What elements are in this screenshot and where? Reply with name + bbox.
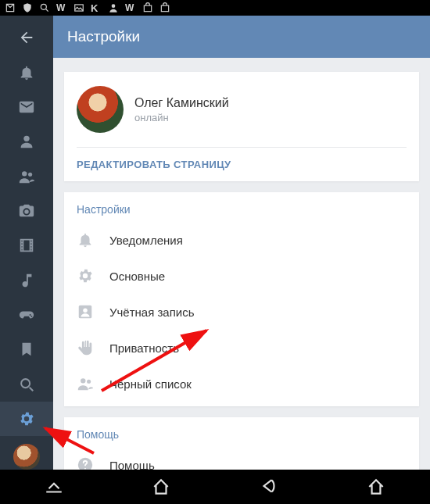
sidebar-item-music[interactable] — [0, 263, 53, 297]
recents-nav-icon[interactable] — [44, 477, 64, 497]
help-section-title: Помощь — [64, 428, 419, 447]
sidebar-avatar[interactable] — [13, 444, 40, 470]
content-scroll[interactable]: Олег Каминский онлайн РЕДАКТИРОВАТЬ СТРА… — [53, 58, 430, 470]
k-status-icon: K — [91, 2, 102, 13]
row-label: Учётная запись — [109, 306, 195, 319]
back-button[interactable] — [0, 20, 53, 55]
main-area: Настройки Олег Каминский онлайн РЕДАКТИР… — [53, 16, 430, 470]
svg-rect-3 — [144, 5, 151, 12]
settings-section: Настройки Уведомления Основные Учётная з… — [64, 192, 419, 406]
android-status-bar: W K W — [0, 0, 430, 16]
svg-point-10 — [83, 308, 88, 313]
sidebar-item-notifications[interactable] — [0, 55, 53, 89]
profile-name: Олег Каминский — [134, 96, 229, 110]
app-sidebar — [0, 16, 53, 470]
image-status-icon — [73, 2, 84, 13]
vk-status-icon-2: W — [125, 2, 136, 13]
settings-row-general[interactable]: Основные — [64, 258, 419, 294]
bell-icon — [77, 231, 94, 248]
settings-row-privacy[interactable]: Приватность — [64, 330, 419, 366]
settings-row-account[interactable]: Учётная запись — [64, 294, 419, 330]
svg-point-0 — [41, 4, 46, 9]
account-icon — [77, 303, 94, 320]
settings-section-title: Настройки — [64, 203, 419, 222]
profile-avatar[interactable] — [77, 86, 124, 133]
edit-profile-button[interactable]: РЕДАКТИРОВАТЬ СТРАНИЦУ — [77, 147, 407, 181]
settings-row-notifications[interactable]: Уведомления — [64, 222, 419, 258]
row-label: Чёрный список — [109, 377, 192, 391]
store-status-icon-2 — [159, 2, 170, 13]
store-status-icon — [142, 2, 153, 13]
gear-icon — [77, 267, 94, 284]
mail-status-icon — [5, 2, 16, 13]
sidebar-item-search[interactable] — [0, 366, 53, 401]
profile-card: Олег Каминский онлайн РЕДАКТИРОВАТЬ СТРА… — [64, 72, 419, 181]
svg-point-8 — [21, 379, 30, 388]
row-label: Приватность — [109, 341, 179, 355]
row-label: Уведомления — [109, 234, 183, 247]
svg-point-11 — [81, 378, 85, 383]
search-status-icon — [39, 2, 50, 13]
sidebar-item-photos[interactable] — [0, 194, 53, 228]
sidebar-item-profile[interactable] — [0, 124, 53, 159]
svg-point-6 — [22, 171, 27, 176]
group-icon — [77, 375, 94, 392]
svg-point-12 — [87, 380, 91, 384]
svg-point-5 — [23, 136, 29, 141]
back-nav-icon[interactable] — [259, 477, 279, 497]
sidebar-item-bookmarks[interactable] — [0, 332, 53, 366]
sidebar-item-friends[interactable] — [0, 159, 53, 193]
home-outline-nav-icon[interactable] — [366, 477, 386, 497]
vk-status-icon: W — [56, 2, 67, 13]
question-icon — [77, 456, 94, 470]
hand-icon — [77, 339, 94, 356]
svg-point-7 — [28, 172, 32, 176]
user-status-icon — [108, 2, 119, 13]
sidebar-item-videos[interactable] — [0, 228, 53, 263]
help-section: Помощь Помощь О программе — [64, 417, 419, 470]
page-header: Настройки — [53, 16, 430, 58]
profile-status: онлайн — [134, 112, 229, 123]
sidebar-item-messages[interactable] — [0, 90, 53, 124]
android-nav-bar — [0, 470, 430, 504]
shield-status-icon — [22, 2, 33, 13]
home-nav-icon[interactable] — [151, 477, 171, 497]
sidebar-item-games[interactable] — [0, 298, 53, 332]
svg-point-2 — [112, 4, 116, 8]
row-label: Помощь — [109, 459, 155, 470]
help-row-help[interactable]: Помощь — [64, 447, 419, 470]
settings-row-blacklist[interactable]: Чёрный список — [64, 366, 419, 402]
row-label: Основные — [109, 270, 165, 283]
svg-rect-4 — [161, 5, 168, 12]
sidebar-item-settings[interactable] — [0, 402, 53, 436]
page-title: Настройки — [67, 28, 140, 45]
